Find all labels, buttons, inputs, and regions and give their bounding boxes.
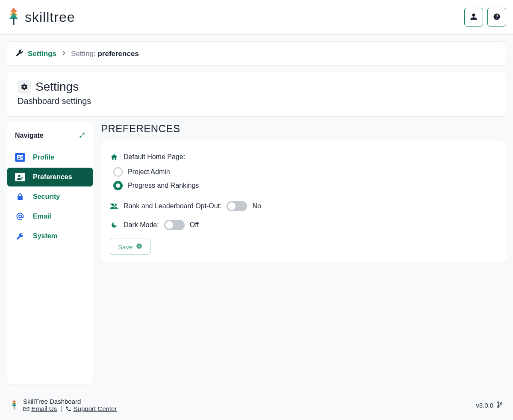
git-branch-icon (497, 401, 503, 409)
sidebar-item-label: Security (33, 193, 60, 201)
moon-icon (110, 222, 118, 228)
email-us-link[interactable]: Email Us (31, 405, 57, 412)
save-button[interactable]: Save (110, 239, 150, 255)
sidebar-item-label: Preferences (33, 173, 72, 181)
svg-rect-8 (18, 196, 23, 200)
help-button[interactable] (487, 8, 506, 27)
svg-rect-3 (18, 158, 21, 159)
sidebar-item-label: Profile (33, 154, 54, 161)
svg-rect-0 (13, 18, 15, 25)
settings-sidebar: Navigate Profile Preferences (7, 122, 93, 385)
version-text: v3.0.0 (476, 402, 493, 409)
sidebar-item-security[interactable]: Security (7, 187, 93, 206)
dark-mode-label: Dark Mode: (124, 221, 159, 229)
footer-product-name: SkillTree Dashboard (23, 398, 117, 405)
svg-rect-14 (14, 405, 15, 409)
opt-out-toggle[interactable] (227, 201, 247, 211)
radio-circle-icon (113, 167, 123, 177)
radio-label: Project Admin (128, 168, 170, 176)
question-icon (493, 13, 501, 22)
radio-project-admin[interactable]: Project Admin (113, 165, 496, 179)
support-center-link[interactable]: Support Center (74, 405, 117, 412)
dark-mode-toggle[interactable] (164, 220, 185, 230)
svg-point-17 (501, 402, 502, 404)
user-gear-icon (15, 173, 25, 181)
sidebar-item-email[interactable]: Email (7, 207, 93, 226)
page-subtitle: Dashboard settings (18, 96, 495, 106)
radio-circle-icon (113, 181, 123, 190)
separator: | (60, 405, 62, 412)
svg-point-6 (18, 175, 20, 177)
sidebar-title: Navigate (15, 132, 44, 139)
save-button-label: Save (118, 243, 133, 251)
svg-point-15 (498, 402, 499, 403)
skilltree-logo-icon (10, 399, 18, 412)
users-slash-icon (110, 203, 118, 210)
dark-mode-value: Off (190, 221, 199, 229)
sidebar-item-label: Email (33, 213, 51, 220)
lock-icon (15, 192, 25, 201)
user-icon (470, 13, 478, 22)
home-page-radio-group: Project Admin Progress and Rankings (110, 165, 496, 192)
brand-logo[interactable]: skilltree (7, 6, 75, 28)
breadcrumb-settings-link[interactable]: Settings (28, 50, 56, 58)
sidebar-item-preferences[interactable]: Preferences (7, 168, 93, 186)
radio-label: Progress and Rankings (128, 182, 199, 189)
sidebar-item-system[interactable]: System (7, 227, 93, 245)
svg-point-16 (498, 406, 499, 407)
home-icon (110, 153, 118, 161)
radio-progress-rankings[interactable]: Progress and Rankings (113, 179, 496, 192)
header-actions (464, 8, 506, 27)
wrench-icon (15, 232, 25, 240)
breadcrumb: Settings Setting: preferences (7, 41, 506, 66)
app-header: skilltree (0, 0, 513, 35)
brand-name: skilltree (25, 9, 75, 25)
sidebar-item-label: System (33, 232, 57, 240)
opt-out-value: No (252, 202, 261, 210)
sidebar-item-profile[interactable]: Profile (7, 148, 93, 167)
svg-point-7 (21, 177, 23, 179)
arrow-circle-right-icon (136, 243, 142, 251)
home-page-label: Default Home Page: (124, 153, 185, 161)
gear-icon (18, 80, 31, 94)
collapse-sidebar-button[interactable] (79, 132, 85, 139)
opt-out-label: Rank and Leaderboard Opt-Out: (124, 202, 221, 210)
breadcrumb-current: Setting: preferences (71, 50, 139, 58)
phone-icon (65, 405, 73, 412)
id-card-icon (15, 153, 25, 162)
chevron-right-icon (61, 50, 67, 58)
svg-point-11 (115, 204, 117, 206)
wrench-icon (16, 49, 24, 59)
at-sign-icon (15, 212, 25, 221)
svg-rect-4 (21, 157, 23, 157)
preferences-card: Default Home Page: Project Admin Progres… (100, 141, 506, 263)
preferences-content: PREFERENCES Default Home Page: Project A… (100, 122, 506, 385)
svg-point-2 (18, 156, 20, 158)
page-title: Settings (35, 80, 79, 94)
skilltree-logo-icon (7, 6, 21, 28)
envelope-icon (23, 405, 31, 412)
user-menu-button[interactable] (464, 8, 483, 27)
svg-rect-5 (21, 157, 23, 158)
section-title: PREFERENCES (100, 122, 506, 141)
app-footer: SkillTree Dashboard Email Us | Support C… (0, 392, 513, 420)
page-header-card: Settings Dashboard settings (7, 71, 506, 117)
